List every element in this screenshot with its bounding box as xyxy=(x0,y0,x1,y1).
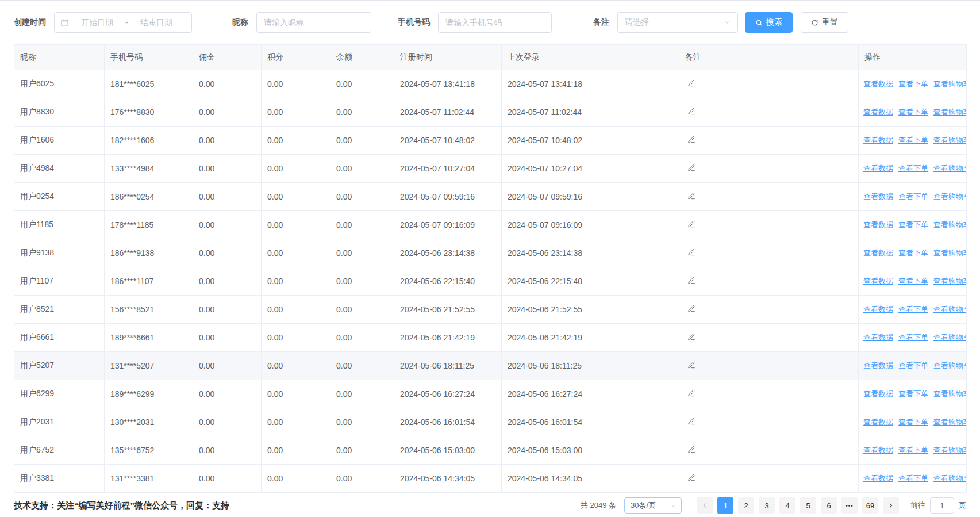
edit-remark-icon[interactable] xyxy=(687,361,695,369)
view-cart-link[interactable]: 查看购物车 xyxy=(933,389,967,398)
view-orders-link[interactable]: 查看下单 xyxy=(898,220,928,229)
view-orders-link[interactable]: 查看下单 xyxy=(898,248,928,257)
edit-remark-icon[interactable] xyxy=(687,164,695,172)
edit-remark-icon[interactable] xyxy=(687,192,695,200)
cell-last-login: 2024-05-07 11:02:44 xyxy=(502,98,679,127)
prev-page-button[interactable] xyxy=(697,497,713,514)
edit-remark-icon[interactable] xyxy=(687,305,695,313)
page-button-3[interactable]: 3 xyxy=(759,497,775,514)
view-data-link[interactable]: 查看数据 xyxy=(863,192,893,201)
view-orders-link[interactable]: 查看下单 xyxy=(898,418,928,426)
search-button[interactable]: 搜索 xyxy=(745,12,793,33)
view-cart-link[interactable]: 查看购物车 xyxy=(933,361,967,370)
page-button-69[interactable]: 69 xyxy=(862,497,878,514)
view-cart-link[interactable]: 查看购物车 xyxy=(933,248,967,257)
view-cart-link[interactable]: 查看购物车 xyxy=(933,418,967,426)
cell-points: 0.00 xyxy=(262,155,330,183)
edit-remark-icon[interactable] xyxy=(687,474,695,482)
phone-input[interactable] xyxy=(438,12,552,33)
view-cart-link[interactable]: 查看购物车 xyxy=(933,136,967,144)
page-button-6[interactable]: 6 xyxy=(821,497,837,514)
view-data-link[interactable]: 查看数据 xyxy=(863,248,893,257)
view-cart-link[interactable]: 查看购物车 xyxy=(933,164,967,173)
edit-remark-icon[interactable] xyxy=(687,108,695,116)
edit-remark-icon[interactable] xyxy=(687,333,695,341)
edit-remark-icon[interactable] xyxy=(687,418,695,426)
view-data-link[interactable]: 查看数据 xyxy=(863,361,893,370)
view-data-link[interactable]: 查看数据 xyxy=(863,164,893,173)
cell-commission: 0.00 xyxy=(193,211,262,239)
edit-remark-icon[interactable] xyxy=(687,446,695,454)
view-cart-link[interactable]: 查看购物车 xyxy=(933,305,967,313)
view-cart-link[interactable]: 查看购物车 xyxy=(933,446,967,454)
cell-last-login: 2024-05-07 09:16:09 xyxy=(502,211,679,239)
page-button-5[interactable]: 5 xyxy=(800,497,816,514)
date-range-picker[interactable]: - xyxy=(54,12,192,33)
cell-balance: 0.00 xyxy=(330,183,394,211)
view-data-link[interactable]: 查看数据 xyxy=(863,136,893,144)
view-orders-link[interactable]: 查看下单 xyxy=(898,277,928,285)
start-date-input[interactable] xyxy=(71,18,123,27)
view-orders-link[interactable]: 查看下单 xyxy=(898,389,928,398)
view-data-link[interactable]: 查看数据 xyxy=(863,305,893,313)
page-button-4[interactable]: 4 xyxy=(779,497,795,514)
nickname-input[interactable] xyxy=(256,12,371,33)
cell-points: 0.00 xyxy=(262,70,330,98)
view-cart-link[interactable]: 查看购物车 xyxy=(933,108,967,116)
view-orders-link[interactable]: 查看下单 xyxy=(898,164,928,173)
reset-button[interactable]: 重置 xyxy=(801,12,848,33)
cell-nickname: 用户8830 xyxy=(14,98,105,127)
search-icon xyxy=(755,19,763,26)
view-cart-link[interactable]: 查看购物车 xyxy=(933,277,967,285)
cell-commission: 0.00 xyxy=(193,465,262,493)
view-cart-link[interactable]: 查看购物车 xyxy=(933,192,967,201)
cell-commission: 0.00 xyxy=(193,296,262,324)
view-cart-link[interactable]: 查看购物车 xyxy=(933,333,967,342)
view-data-link[interactable]: 查看数据 xyxy=(863,446,893,454)
page-button-1[interactable]: 1 xyxy=(717,497,733,514)
page-button-2[interactable]: 2 xyxy=(738,497,754,514)
edit-remark-icon[interactable] xyxy=(687,277,695,285)
view-data-link[interactable]: 查看数据 xyxy=(863,220,893,229)
view-cart-link[interactable]: 查看购物车 xyxy=(933,220,967,229)
view-cart-link[interactable]: 查看购物车 xyxy=(933,79,967,88)
edit-remark-icon[interactable] xyxy=(687,389,695,397)
edit-remark-icon[interactable] xyxy=(687,220,695,228)
view-orders-link[interactable]: 查看下单 xyxy=(898,474,928,482)
page-size-select[interactable]: 30条/页 xyxy=(624,497,682,514)
view-data-link[interactable]: 查看数据 xyxy=(863,108,893,116)
view-orders-link[interactable]: 查看下单 xyxy=(898,305,928,313)
goto-page-input[interactable] xyxy=(930,497,954,514)
chevron-left-icon xyxy=(701,502,708,509)
view-orders-link[interactable]: 查看下单 xyxy=(898,361,928,370)
view-data-link[interactable]: 查看数据 xyxy=(863,474,893,482)
table-row: 用户2031 130****2031 0.00 0.00 0.00 2024-0… xyxy=(14,408,967,436)
cell-balance: 0.00 xyxy=(330,98,394,127)
view-orders-link[interactable]: 查看下单 xyxy=(898,108,928,116)
next-page-button[interactable] xyxy=(883,497,899,514)
cell-remark xyxy=(679,211,859,239)
view-data-link[interactable]: 查看数据 xyxy=(863,277,893,285)
view-data-link[interactable]: 查看数据 xyxy=(863,418,893,426)
edit-remark-icon[interactable] xyxy=(687,248,695,256)
page-ellipsis[interactable]: ••• xyxy=(841,497,858,514)
cell-remark xyxy=(679,380,859,408)
table-row: 用户4984 133****4984 0.00 0.00 0.00 2024-0… xyxy=(14,155,967,183)
edit-remark-icon[interactable] xyxy=(687,136,695,144)
view-orders-link[interactable]: 查看下单 xyxy=(898,333,928,342)
view-data-link[interactable]: 查看数据 xyxy=(863,333,893,342)
view-data-link[interactable]: 查看数据 xyxy=(863,79,893,88)
view-data-link[interactable]: 查看数据 xyxy=(863,389,893,398)
view-orders-link[interactable]: 查看下单 xyxy=(898,79,928,88)
remark-select[interactable]: 请选择 xyxy=(617,12,738,33)
view-orders-link[interactable]: 查看下单 xyxy=(898,136,928,144)
cell-points: 0.00 xyxy=(262,324,330,352)
view-orders-link[interactable]: 查看下单 xyxy=(898,446,928,454)
cell-last-login: 2024-05-06 18:11:25 xyxy=(502,352,679,380)
edit-remark-icon[interactable] xyxy=(687,79,695,87)
view-orders-link[interactable]: 查看下单 xyxy=(898,192,928,201)
cell-nickname: 用户5207 xyxy=(14,352,105,380)
cell-registered-time: 2024-05-06 21:52:55 xyxy=(394,296,502,324)
view-cart-link[interactable]: 查看购物车 xyxy=(933,474,967,482)
end-date-input[interactable] xyxy=(130,18,182,27)
